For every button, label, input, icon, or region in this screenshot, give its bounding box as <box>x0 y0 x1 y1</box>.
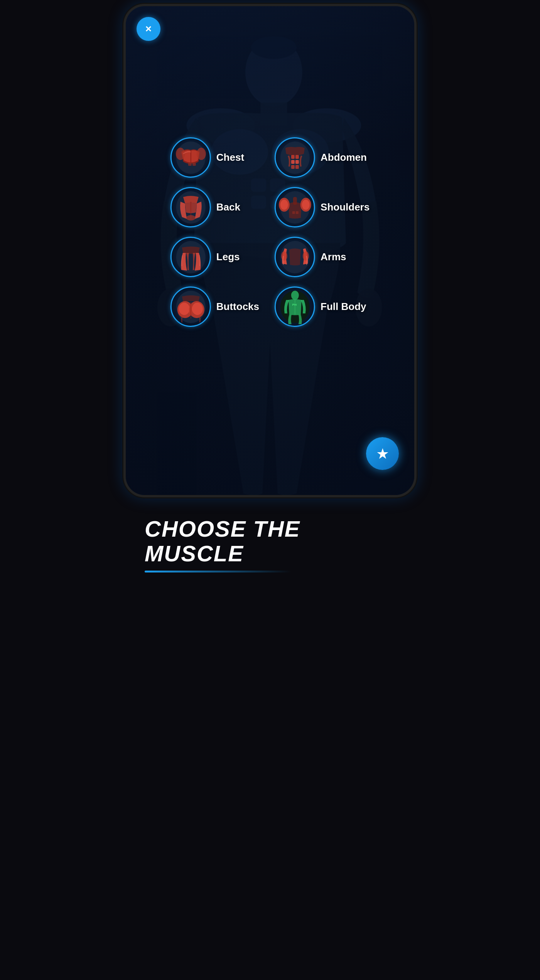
muscle-grid: Chest <box>170 137 370 327</box>
svg-rect-21 <box>295 155 299 159</box>
muscle-item-back[interactable]: Back <box>170 187 259 227</box>
svg-rect-20 <box>291 155 295 159</box>
title-underline <box>145 571 291 573</box>
svg-rect-25 <box>295 165 299 169</box>
svg-point-43 <box>179 303 189 315</box>
svg-point-16 <box>196 148 206 160</box>
svg-rect-18 <box>192 163 196 166</box>
muscle-item-full-body[interactable]: PH Full Body <box>275 286 370 327</box>
arms-icon <box>275 237 315 277</box>
muscle-item-chest[interactable]: Chest <box>170 137 259 178</box>
muscle-item-buttocks[interactable]: Buttocks <box>170 286 259 327</box>
abdomen-icon <box>275 137 315 178</box>
shoulders-label: Shoulders <box>321 201 370 213</box>
svg-rect-23 <box>295 160 299 164</box>
chest-label: Chest <box>216 152 244 163</box>
shoulders-icon <box>275 187 315 227</box>
svg-point-31 <box>280 200 288 210</box>
arms-label: Arms <box>321 251 346 263</box>
phone-frame: × <box>123 4 417 497</box>
full-body-icon: PH <box>275 286 315 327</box>
svg-point-19 <box>280 141 310 174</box>
close-icon: × <box>145 24 152 34</box>
svg-rect-22 <box>291 160 295 164</box>
back-icon <box>170 187 211 227</box>
muscle-item-shoulders[interactable]: Shoulders <box>275 187 370 227</box>
favorite-button[interactable]: ★ <box>366 437 399 470</box>
choose-title: CHOOSE THE MUSCLE <box>145 517 395 566</box>
back-label: Back <box>216 201 240 213</box>
close-button[interactable]: × <box>137 17 160 41</box>
svg-rect-34 <box>293 197 297 205</box>
svg-point-28 <box>186 215 195 221</box>
svg-point-45 <box>192 303 202 315</box>
abdomen-label: Abdomen <box>321 152 367 163</box>
legs-label: Legs <box>216 251 240 263</box>
svg-rect-36 <box>296 211 299 214</box>
muscle-item-arms[interactable]: Arms <box>275 237 370 277</box>
svg-rect-17 <box>188 163 191 166</box>
full-body-label: Full Body <box>321 301 366 313</box>
phone-screen: × <box>126 6 414 495</box>
svg-point-48 <box>291 291 299 300</box>
svg-text:PH: PH <box>292 303 297 306</box>
phone-wrapper: × <box>123 4 417 497</box>
svg-rect-24 <box>291 165 295 169</box>
bottom-section: CHOOSE THE MUSCLE <box>123 497 417 584</box>
star-icon: ★ <box>376 445 389 462</box>
buttocks-icon <box>170 286 211 327</box>
svg-point-39 <box>281 251 287 261</box>
svg-point-33 <box>302 200 310 210</box>
svg-rect-35 <box>292 211 295 214</box>
chest-icon <box>170 137 211 178</box>
svg-point-40 <box>303 251 309 261</box>
muscle-item-legs[interactable]: Legs <box>170 237 259 277</box>
svg-point-15 <box>176 148 185 160</box>
svg-point-37 <box>176 241 205 273</box>
buttocks-label: Buttocks <box>216 301 259 313</box>
legs-icon <box>170 237 211 277</box>
muscle-item-abdomen[interactable]: Abdomen <box>275 137 370 178</box>
